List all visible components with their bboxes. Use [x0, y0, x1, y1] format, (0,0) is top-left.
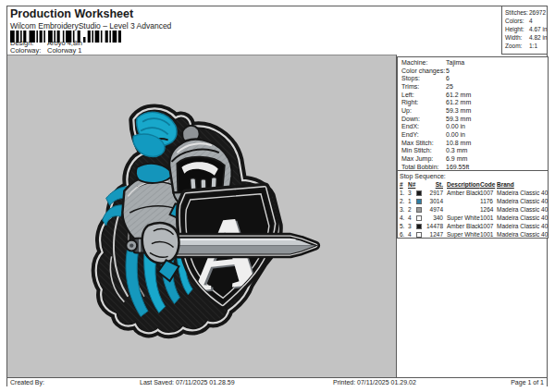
- stop-sequence-row: 1. 3 2917 Amber Black 1007 Madeira Class…: [400, 189, 548, 197]
- needle-number: 4: [408, 214, 416, 222]
- info-label: EndY:: [401, 131, 446, 140]
- thread-code: 1001: [480, 214, 497, 222]
- thread-color-swatch: [416, 190, 422, 196]
- info-value: 0.00 in: [446, 131, 465, 138]
- thread-brand: Madeira Classic 40: [497, 230, 548, 239]
- app-subtitle: Wilcom EmbroideryStudio – Level 3 Advanc…: [10, 21, 171, 31]
- colorway-value: Colorway 1: [47, 46, 82, 55]
- info-row: Max Stitch:10.8 mm: [401, 140, 548, 148]
- page-number: Page 1 of 1: [511, 378, 544, 386]
- stop-sequence-row: 6. 4 1247 Super White 1001 Madeira Class…: [400, 230, 548, 239]
- info-label: Height:: [505, 25, 529, 33]
- design-stats-panel: Stitches:26972 Colors:4 Height:4.67 in W…: [501, 6, 547, 55]
- thread-color-swatch: [416, 199, 422, 204]
- info-row: Width:4.82 in: [505, 33, 546, 42]
- needle-number: 3: [408, 189, 416, 197]
- info-row: Max Jump:6.9 mm: [401, 155, 548, 164]
- info-row: Down:59.3 mm: [401, 116, 548, 124]
- stitch-count: 3014: [426, 197, 445, 205]
- stop-sequence-row: 4. 4 340 Super White 1001 Madeira Classi…: [400, 214, 548, 222]
- info-label: Total Bobbin:: [401, 164, 446, 172]
- info-label: Up:: [401, 107, 446, 116]
- info-label: Colors:: [505, 17, 529, 25]
- info-row: Stitches:26972: [505, 8, 546, 17]
- info-row: Total Bobbin:169.55ft: [401, 164, 548, 172]
- info-value: 59.3 mm: [446, 107, 471, 114]
- thread-description: Amber Black: [445, 222, 480, 230]
- stitch-count: 2917: [426, 189, 445, 197]
- col-header-description: Description: [445, 180, 480, 189]
- info-value: 4: [529, 18, 533, 24]
- info-value: 6: [446, 75, 450, 81]
- needle-number: 4: [408, 230, 416, 239]
- info-value: 169.55ft: [446, 164, 469, 170]
- info-label: Color changes:: [401, 67, 446, 76]
- thread-color-swatch: [416, 215, 422, 221]
- machine-info-panel: Machine:Tajima Color changes:5 Stops:6 T…: [397, 56, 549, 171]
- info-label: Width:: [505, 33, 529, 42]
- last-saved-text: Last Saved: 07/11/2025 01.28.59: [140, 378, 235, 386]
- stop-number: 4.: [400, 214, 408, 222]
- stop-sequence-title: Stop Sequence:: [400, 172, 548, 180]
- col-header-needle: N#: [408, 180, 416, 189]
- thread-brand: Madeira Classic 40: [497, 197, 548, 205]
- thread-code: 1007: [480, 189, 497, 197]
- thread-description: Amber Black: [445, 189, 480, 197]
- info-value: 5: [446, 67, 450, 74]
- info-value: 10.8 mm: [446, 140, 471, 146]
- info-value: 1:1: [529, 43, 537, 49]
- worksheet-header: Production Worksheet Wilcom EmbroiderySt…: [7, 6, 547, 55]
- info-row: Trims:25: [401, 83, 548, 92]
- stitch-count: 4974: [426, 205, 445, 214]
- stop-sequence-row: 3. 2 4974 1264 Madeira Classic 40: [400, 205, 548, 214]
- stop-number: 3.: [400, 205, 408, 214]
- info-row: EndY:0.00 in: [401, 131, 548, 140]
- knight-mascot-graphic: A A: [86, 100, 327, 340]
- thread-code: 1176: [480, 197, 497, 205]
- stop-sequence-header-row: # N# St. Description Code Brand: [400, 180, 548, 189]
- page-title: Production Worksheet: [10, 7, 133, 20]
- info-label: Left:: [401, 92, 446, 100]
- design-canvas: A A: [7, 55, 397, 377]
- worksheet-footer: Created By: Last Saved: 07/11/2025 01.28…: [7, 377, 547, 386]
- needle-number: 1: [408, 197, 416, 205]
- thread-brand: Madeira Classic 40: [497, 214, 548, 222]
- stop-sequence-row: 2. 1 3014 1176 Madeira Classic 40: [400, 197, 548, 205]
- stitch-count: 1247: [426, 230, 445, 239]
- thread-code: 1001: [480, 230, 497, 239]
- stop-number: 6.: [400, 230, 408, 239]
- printed-text: Printed: 07/11/2025 01.29.02: [333, 378, 416, 386]
- thread-code: 1264: [480, 205, 497, 214]
- info-row: Right:61.2 mm: [401, 99, 548, 107]
- info-value: 0.3 mm: [446, 147, 467, 153]
- info-value: Tajima: [446, 59, 464, 66]
- stitch-count: 340: [426, 214, 445, 222]
- info-label: Stops:: [401, 75, 446, 83]
- stop-sequence-panel: Stop Sequence: # N# St. Description Code…: [397, 171, 549, 239]
- thread-code: 1007: [480, 222, 497, 230]
- info-label: Stitches:: [505, 8, 529, 17]
- info-row: Zoom:1:1: [505, 42, 546, 50]
- info-value: 25: [446, 83, 453, 90]
- info-row: Stops:6: [401, 75, 548, 83]
- info-value: 6.9 mm: [446, 155, 467, 162]
- info-label: Max Jump:: [401, 155, 446, 164]
- thread-color-swatch: [416, 232, 422, 238]
- info-row: Color changes:5: [401, 67, 548, 76]
- col-header-num: #: [400, 180, 408, 189]
- colorway-row: Colorway:Colorway 1: [10, 46, 82, 55]
- info-value: 0.00 in: [446, 123, 465, 129]
- info-row: Colors:4: [505, 17, 546, 25]
- thread-brand: Madeira Classic 40: [497, 222, 548, 230]
- info-row: Left:61.2 mm: [401, 92, 548, 100]
- info-label: Min Stitch:: [401, 147, 446, 155]
- info-label: Max Stitch:: [401, 140, 446, 148]
- stop-sequence-table: 1. 3 2917 Amber Black 1007 Madeira Class…: [400, 189, 548, 239]
- worksheet-page: Production Worksheet Wilcom EmbroiderySt…: [6, 6, 548, 386]
- info-value: 59.3 mm: [446, 116, 471, 122]
- thread-color-swatch: [416, 207, 422, 213]
- stitch-count: 14478: [426, 222, 445, 230]
- thread-brand: Madeira Classic 40: [497, 205, 548, 214]
- info-value: 4.82 in: [529, 34, 548, 41]
- info-value: 26972: [529, 9, 546, 16]
